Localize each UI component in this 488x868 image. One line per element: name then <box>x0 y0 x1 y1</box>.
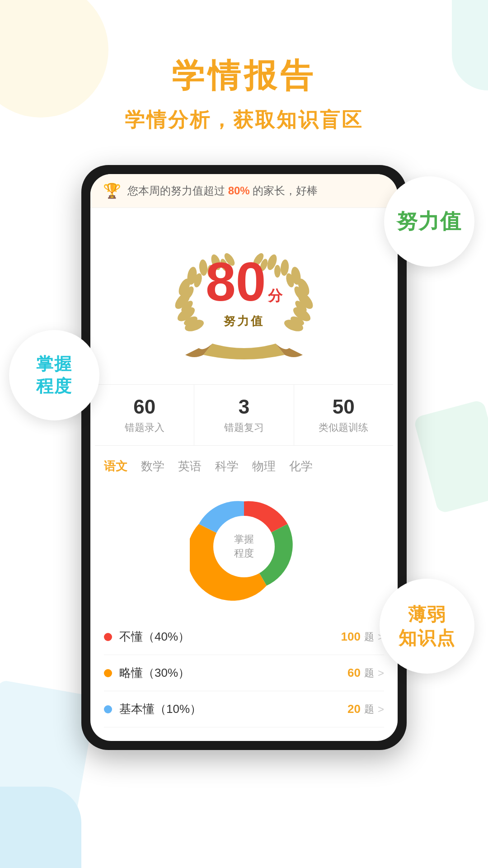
page-title: 学情报告 <box>0 54 488 98</box>
legend-section: 不懂（40%） 100 题 > 略懂（30%） 60 题 > 基本懂（10%） … <box>90 619 398 741</box>
stat-label-wrong-entry: 错题录入 <box>99 421 189 434</box>
trophy-icon: 🏆 <box>103 182 121 199</box>
notification-highlight: 80% <box>228 184 250 197</box>
legend-count-0: 100 <box>341 630 361 644</box>
tab-physics[interactable]: 物理 <box>252 458 276 474</box>
notification-text: 您本周的努力值超过 80% 的家长，好棒 <box>127 184 385 198</box>
badge-weak: 薄弱知识点 <box>380 579 474 674</box>
legend-dot-0 <box>104 633 112 641</box>
legend-unit-0: 题 <box>364 630 374 644</box>
legend-count-1: 60 <box>347 666 361 680</box>
legend-item-2[interactable]: 基本懂（10%） 20 题 > <box>104 691 384 727</box>
legend-unit-2: 题 <box>364 703 374 716</box>
stat-number-wrong-review: 3 <box>199 396 289 418</box>
donut-chart: 掌握程度 <box>190 492 298 601</box>
chart-section: 掌握程度 <box>90 483 398 619</box>
legend-arrow-1: > <box>378 667 384 679</box>
stat-number-wrong-entry: 60 <box>99 396 189 418</box>
badge-mastery: 掌握程度 <box>9 330 99 420</box>
score-unit: 分 <box>268 288 282 304</box>
badge-effort: 努力值 <box>384 176 474 267</box>
tab-chemistry[interactable]: 化学 <box>289 458 313 474</box>
legend-label-0: 不懂（40%） <box>119 629 341 645</box>
tab-chinese[interactable]: 语文 <box>104 458 127 474</box>
stat-item-similar: 50 类似题训练 <box>294 385 393 445</box>
tab-science[interactable]: 科学 <box>215 458 239 474</box>
badge-mastery-text: 掌握程度 <box>36 353 72 398</box>
legend-item-1[interactable]: 略懂（30%） 60 题 > <box>104 655 384 691</box>
donut-center-text: 掌握程度 <box>234 533 254 561</box>
legend-unit-1: 题 <box>364 666 374 680</box>
score-number: 80 <box>206 251 266 312</box>
bg-decoration-rightmid <box>413 399 488 514</box>
tab-math[interactable]: 数学 <box>141 458 164 474</box>
stat-label-similar: 类似题训练 <box>299 421 389 434</box>
stat-item-wrong-review: 3 错题复习 <box>194 385 294 445</box>
tab-english[interactable]: 英语 <box>178 458 202 474</box>
legend-arrow-2: > <box>378 703 384 716</box>
badge-effort-text: 努力值 <box>397 209 462 234</box>
notification-bar: 🏆 您本周的努力值超过 80% 的家长，好棒 <box>90 174 398 208</box>
phone-mockup-container: 🏆 您本周的努力值超过 80% 的家长，好棒 <box>81 165 407 750</box>
header: 学情报告 学情分析，获取知识盲区 <box>0 0 488 147</box>
bg-decoration-bottomleft2 <box>0 787 81 868</box>
stats-row: 60 错题录入 3 错题复习 50 类似题训练 <box>95 384 393 446</box>
score-section: 80 分 努力值 <box>90 208 398 384</box>
stat-item-wrong-entry: 60 错题录入 <box>95 385 194 445</box>
legend-label-2: 基本懂（10%） <box>119 701 347 717</box>
score-content: 80 分 努力值 <box>206 255 282 329</box>
page-subtitle: 学情分析，获取知识盲区 <box>0 107 488 133</box>
phone-mockup: 🏆 您本周的努力值超过 80% 的家长，好棒 <box>81 165 407 750</box>
subject-tabs: 语文 数学 英语 科学 物理 化学 <box>90 446 398 483</box>
legend-dot-1 <box>104 669 112 677</box>
legend-dot-2 <box>104 705 112 713</box>
badge-weak-text: 薄弱知识点 <box>399 603 455 650</box>
legend-count-2: 20 <box>347 702 361 716</box>
legend-label-1: 略懂（30%） <box>119 665 347 681</box>
legend-item-0[interactable]: 不懂（40%） 100 题 > <box>104 619 384 655</box>
score-label: 努力值 <box>206 313 282 329</box>
stat-number-similar: 50 <box>299 396 389 418</box>
stat-label-wrong-review: 错题复习 <box>199 421 289 434</box>
phone-screen: 🏆 您本周的努力值超过 80% 的家长，好棒 <box>90 174 398 741</box>
laurel-container: 80 分 努力值 <box>167 226 321 371</box>
